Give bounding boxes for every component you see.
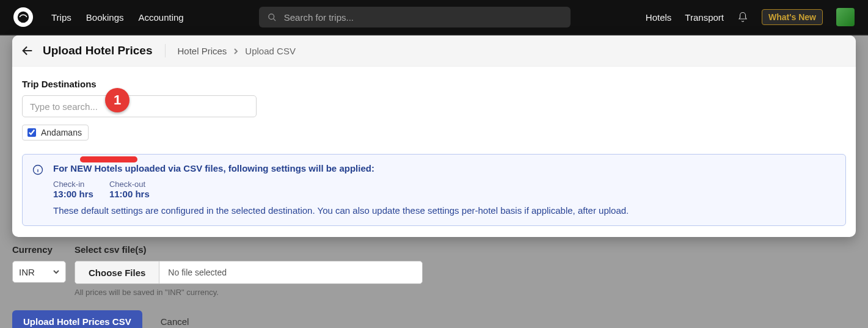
info-title: For NEW Hotels uploaded via CSV files, f…	[53, 163, 834, 173]
file-picker: Choose Files No file selected	[75, 261, 423, 284]
destination-chip-label: Andamans	[41, 128, 82, 137]
currency-group: Currency INR	[12, 244, 66, 283]
back-arrow-icon[interactable]	[21, 44, 34, 57]
annotation-highlight	[80, 156, 137, 162]
nav-links: Trips Bookings Accounting	[51, 12, 184, 23]
nav-right: Hotels Transport What's New	[646, 8, 855, 26]
destinations-search-wrap: 1	[22, 95, 257, 117]
currency-hint: All prices will be saved in "INR" curren…	[75, 288, 423, 297]
nav-link-trips[interactable]: Trips	[51, 12, 71, 23]
checkin-value: 13:00 hrs	[53, 189, 93, 199]
info-times: Check-in 13:00 hrs Check-out 11:00 hrs	[53, 180, 834, 199]
global-search-placeholder: Search for trips...	[284, 12, 354, 23]
svg-line-2	[273, 18, 275, 21]
file-label: Select csv file(s)	[75, 244, 423, 255]
whats-new-button[interactable]: What's New	[762, 9, 823, 25]
chevron-right-icon	[233, 46, 239, 56]
svg-point-0	[18, 12, 29, 23]
nav-link-bookings[interactable]: Bookings	[86, 12, 124, 23]
upload-panel: Upload Hotel Prices Hotel Prices Upload …	[12, 35, 856, 237]
svg-point-1	[269, 13, 274, 19]
below-panel: Currency INR Select csv file(s) Choose F…	[0, 237, 868, 328]
page-title: Upload Hotel Prices	[43, 44, 153, 57]
top-nav: Trips Bookings Accounting Search for tri…	[0, 0, 868, 34]
info-box: For NEW Hotels uploaded via CSV files, f…	[22, 154, 846, 226]
destinations-label: Trip Destinations	[22, 79, 846, 89]
global-search[interactable]: Search for trips...	[259, 7, 571, 27]
nav-center: Search for trips...	[184, 7, 646, 27]
annotation-badge-1: 1	[105, 88, 129, 112]
upload-submit-button[interactable]: Upload Hotel Prices CSV	[12, 310, 142, 328]
currency-value: INR	[19, 267, 35, 277]
checkout-label: Check-out	[109, 180, 150, 189]
bell-icon[interactable]	[737, 12, 748, 23]
destinations-search-input[interactable]	[22, 95, 257, 117]
nav-link-hotels[interactable]: Hotels	[646, 12, 672, 23]
file-status: No file selected	[159, 268, 235, 277]
nav-link-accounting[interactable]: Accounting	[139, 12, 184, 23]
checkout-value: 11:00 hrs	[109, 189, 150, 199]
destination-chip-andamans[interactable]: Andamans	[22, 125, 89, 140]
panel-header: Upload Hotel Prices Hotel Prices Upload …	[12, 35, 856, 67]
chevron-down-icon	[53, 269, 59, 275]
breadcrumb: Hotel Prices Upload CSV	[178, 46, 296, 56]
info-description: These default settings are configured in…	[53, 205, 834, 216]
avatar[interactable]	[836, 8, 855, 26]
breadcrumb-upload-csv: Upload CSV	[245, 46, 296, 56]
file-group: Select csv file(s) Choose Files No file …	[75, 244, 423, 297]
cancel-button[interactable]: Cancel	[161, 316, 189, 327]
app-logo[interactable]	[13, 7, 33, 27]
choose-files-button[interactable]: Choose Files	[75, 261, 159, 283]
destination-checkbox[interactable]	[27, 128, 36, 137]
info-icon	[32, 164, 43, 175]
nav-link-transport[interactable]: Transport	[685, 12, 724, 23]
actions: Upload Hotel Prices CSV Cancel	[12, 310, 856, 328]
divider	[165, 44, 166, 57]
currency-label: Currency	[12, 244, 66, 255]
currency-select[interactable]: INR	[12, 261, 66, 283]
panel-body: Trip Destinations 1 Andamans For NEW Hot…	[12, 67, 856, 237]
checkin-label: Check-in	[53, 180, 93, 189]
search-icon	[268, 13, 277, 22]
breadcrumb-hotel-prices[interactable]: Hotel Prices	[178, 46, 227, 56]
